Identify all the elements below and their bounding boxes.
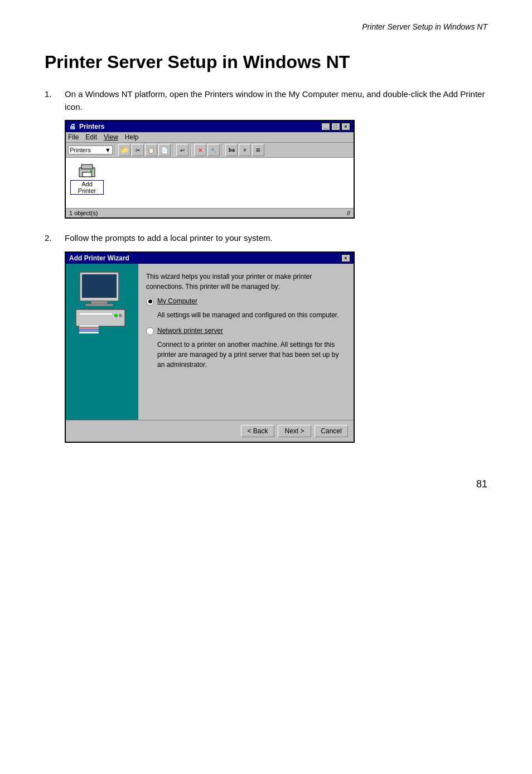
svg-rect-2 [83, 172, 91, 177]
option1-desc: All settings will be managed and configu… [157, 310, 346, 320]
step-2-content: Follow the prompts to add a local printe… [65, 232, 487, 443]
printers-window: 🖨 Printers _ □ × File Edit View Help Pri… [65, 120, 355, 219]
toolbar-btn-view1[interactable]: b a [225, 144, 238, 156]
toolbar-btn-prop[interactable]: 🔧 [207, 144, 220, 156]
wizard-title: Add Printer Wizard [69, 254, 129, 262]
add-printer-label: Add Printer [70, 180, 104, 195]
svg-point-15 [119, 314, 122, 317]
titlebar-buttons: _ □ × [321, 123, 350, 130]
titlebar-left: 🖨 Printers [69, 123, 104, 130]
status-text: 1 object(s) [69, 210, 98, 216]
menu-file[interactable]: File [68, 133, 79, 141]
option2-label: Network printer server [157, 327, 223, 335]
toolbar-btn-undo[interactable]: ↩ [176, 144, 188, 156]
menu-help[interactable]: Help [125, 133, 139, 141]
wizard-titlebar: Add Printer Wizard × [66, 253, 354, 264]
svg-rect-8 [76, 309, 125, 326]
step-number-1: 1. [45, 88, 65, 99]
svg-rect-7 [85, 304, 113, 306]
toolbar-sep-3 [191, 144, 192, 156]
step-number-2: 2. [45, 232, 65, 243]
wizard-illustration [71, 269, 133, 347]
option-network-printer[interactable]: Network printer server [146, 327, 346, 335]
minimize-button[interactable]: _ [321, 123, 330, 130]
wizard-close-button[interactable]: × [341, 254, 350, 262]
svg-rect-1 [81, 165, 93, 169]
toolbar-sep-2 [173, 144, 174, 156]
svg-rect-13 [79, 332, 99, 333]
combo-value: Printers [70, 147, 91, 153]
toolbar-btn-delete[interactable]: ✕ [194, 144, 206, 156]
back-button[interactable]: < Back [241, 425, 274, 437]
radio-my-computer[interactable] [146, 298, 154, 306]
wizard-image-panel [66, 264, 138, 420]
cancel-button[interactable]: Cancel [315, 425, 348, 437]
option2-desc: Connect to a printer on another machine.… [157, 340, 346, 370]
toolbar-btn-cut[interactable]: ✂ [132, 144, 144, 156]
toolbar-combo[interactable]: Printers ▼ [68, 146, 113, 154]
radio-network-printer[interactable] [146, 327, 154, 335]
wizard-body: This wizard helps you install your print… [66, 264, 354, 420]
svg-point-3 [90, 170, 93, 172]
svg-rect-9 [79, 313, 113, 315]
printers-body: Add Printer [66, 158, 354, 208]
maximize-button[interactable]: □ [331, 123, 340, 130]
add-printer-icon [77, 162, 97, 179]
option1-label: My Computer [157, 297, 197, 305]
printers-title: Printers [79, 123, 104, 130]
page-number: 81 [476, 478, 487, 490]
toolbar-btn-paste[interactable]: 📄 [158, 144, 171, 156]
step-1-text: On a Windows NT platform, open the Print… [65, 88, 487, 113]
wizard-window: Add Printer Wizard × [65, 251, 355, 443]
page-header: Printer Server Setup in Windows NT [45, 22, 487, 35]
resize-handle: // [347, 210, 350, 216]
printers-statusbar: 1 object(s) // [66, 208, 354, 217]
toolbar-sep-1 [115, 144, 116, 156]
page-number-area: 81 [45, 456, 487, 490]
option-my-computer[interactable]: My Computer [146, 297, 346, 306]
svg-rect-11 [79, 327, 99, 329]
wizard-footer: < Back Next > Cancel [66, 420, 354, 442]
printers-titlebar: 🖨 Printers _ □ × [66, 121, 354, 132]
toolbar-btn-view3[interactable]: ⊞ [252, 144, 264, 156]
step-1: 1. On a Windows NT platform, open the Pr… [45, 88, 487, 219]
page-title: Printer Server Setup in Windows NT [45, 51, 487, 72]
wizard-content: This wizard helps you install your print… [138, 264, 354, 420]
wizard-titlebar-buttons: × [341, 254, 350, 262]
step-2-text: Follow the prompts to add a local printe… [65, 232, 487, 245]
toolbar-btn-1[interactable]: 📁 [118, 144, 130, 156]
svg-rect-10 [79, 325, 99, 327]
close-button[interactable]: × [341, 123, 350, 130]
menu-view[interactable]: View [104, 133, 118, 141]
printers-titlebar-icon: 🖨 [69, 123, 76, 130]
svg-rect-12 [79, 330, 99, 331]
printers-menubar: File Edit View Help [66, 132, 354, 143]
toolbar-btn-copy[interactable]: 📋 [145, 144, 157, 156]
add-printer-icon-area: Add Printer [70, 162, 104, 195]
combo-arrow: ▼ [105, 147, 111, 153]
svg-rect-5 [82, 274, 117, 298]
svg-point-14 [114, 314, 118, 317]
step-2: 2. Follow the prompts to add a local pri… [45, 232, 487, 443]
menu-edit[interactable]: Edit [85, 133, 97, 141]
step-1-content: On a Windows NT platform, open the Print… [65, 88, 487, 219]
next-button[interactable]: Next > [278, 425, 311, 437]
wizard-description: This wizard helps you install your print… [146, 272, 346, 292]
toolbar-btn-view2[interactable]: ≡ [239, 144, 251, 156]
toolbar-sep-4 [222, 144, 223, 156]
printers-toolbar: Printers ▼ 📁 ✂ 📋 📄 ↩ ✕ 🔧 b a ≡ ⊞ [66, 143, 354, 158]
